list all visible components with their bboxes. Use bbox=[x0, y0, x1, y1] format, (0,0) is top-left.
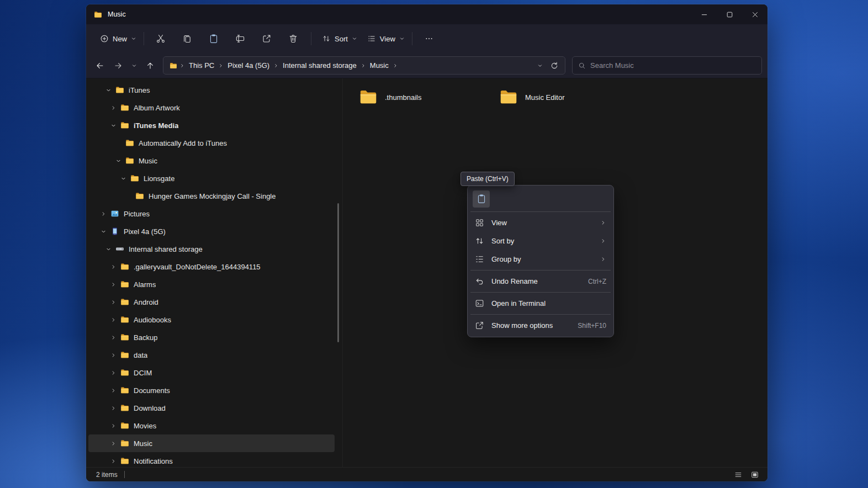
chevron-down-icon[interactable] bbox=[117, 169, 130, 187]
tree-item-hunger-games-mockingjay-call-single[interactable]: Hunger Games Mockingjay Call - Single bbox=[88, 187, 335, 205]
titlebar[interactable]: Music bbox=[86, 4, 768, 24]
copy-button[interactable] bbox=[176, 29, 198, 48]
search-box[interactable] bbox=[572, 56, 762, 75]
tree-item-internal-shared-storage[interactable]: Internal shared storage bbox=[88, 240, 335, 258]
chevron-right-icon[interactable] bbox=[97, 205, 110, 222]
details-view-button[interactable] bbox=[732, 469, 744, 480]
chevron-right-icon[interactable] bbox=[107, 364, 120, 381]
sort-icon bbox=[322, 34, 331, 43]
file-item-music-editor[interactable]: Music Editor bbox=[497, 86, 638, 108]
tree-item-documents[interactable]: Documents bbox=[88, 381, 335, 399]
chevron-down-icon[interactable] bbox=[102, 81, 115, 99]
breadcrumb-chevron-icon[interactable] bbox=[273, 63, 279, 68]
chevron-right-icon[interactable] bbox=[107, 381, 120, 399]
tree-item-music[interactable]: Music bbox=[88, 152, 335, 169]
chevron-down-icon bbox=[537, 63, 543, 68]
tree-item-itunes[interactable]: iTunes bbox=[88, 81, 335, 99]
details-view-icon bbox=[734, 471, 742, 479]
chevron-right-icon[interactable] bbox=[107, 311, 120, 328]
tree-item-label: Automatically Add to iTunes bbox=[139, 139, 227, 147]
large-icons-view-button[interactable] bbox=[749, 469, 761, 480]
tree-item-audiobooks[interactable]: Audiobooks bbox=[88, 311, 335, 328]
minimize-button[interactable] bbox=[691, 4, 717, 24]
back-button[interactable] bbox=[92, 57, 108, 74]
paste-button[interactable] bbox=[203, 29, 225, 48]
context-menu-item-group-by[interactable]: Group by bbox=[470, 250, 611, 268]
chevron-right-icon[interactable] bbox=[107, 293, 120, 311]
maximize-button[interactable] bbox=[717, 4, 742, 24]
tree-item-label: Download bbox=[134, 404, 166, 412]
paste-button[interactable] bbox=[473, 190, 490, 208]
tree-item-download[interactable]: Download bbox=[88, 399, 335, 417]
chevron-down-icon[interactable] bbox=[102, 240, 115, 258]
tree-item-lionsgate[interactable]: Lionsgate bbox=[88, 169, 335, 187]
breadcrumb-pixel-4a-5g[interactable]: Pixel 4a (5G) bbox=[225, 59, 272, 72]
more-options-button[interactable] bbox=[418, 29, 440, 48]
share-button[interactable] bbox=[256, 29, 278, 48]
chevron-down-icon[interactable] bbox=[112, 152, 125, 169]
context-menu-item-view[interactable]: View bbox=[470, 214, 611, 232]
tree-item-dcim[interactable]: DCIM bbox=[88, 364, 335, 381]
file-item-thumbnails[interactable]: .thumbnails bbox=[357, 86, 497, 108]
context-menu-item-undo-rename[interactable]: Undo RenameCtrl+Z bbox=[470, 272, 611, 290]
chevron-right-icon[interactable] bbox=[107, 328, 120, 346]
recent-locations-button[interactable] bbox=[128, 57, 140, 74]
tree-item-android[interactable]: Android bbox=[88, 293, 335, 311]
tree-item-pixel-4a-5g[interactable]: Pixel 4a (5G) bbox=[88, 222, 335, 240]
rename-button[interactable] bbox=[229, 29, 251, 48]
chevron-right-icon[interactable] bbox=[107, 99, 120, 116]
context-menu-item-label: Sort by bbox=[491, 237, 514, 245]
chevron-right-icon[interactable] bbox=[107, 399, 120, 417]
breadcrumb-this-pc[interactable]: This PC bbox=[186, 59, 217, 72]
breadcrumb-chevron-icon[interactable] bbox=[393, 63, 398, 68]
undo-icon bbox=[475, 277, 484, 286]
tree-item-pictures[interactable]: Pictures bbox=[88, 205, 335, 222]
chevron-right-icon[interactable] bbox=[107, 346, 120, 364]
tree-item-music[interactable]: Music bbox=[88, 434, 335, 452]
tree-item-backup[interactable]: Backup bbox=[88, 328, 335, 346]
tree-scrollbar[interactable] bbox=[337, 203, 339, 342]
tree-item-data[interactable]: data bbox=[88, 346, 335, 364]
context-menu-item-sort-by[interactable]: Sort by bbox=[470, 232, 611, 250]
view-button[interactable]: View bbox=[362, 30, 410, 47]
status-bar: 2 items bbox=[86, 467, 768, 481]
breadcrumb-chevron-icon[interactable] bbox=[361, 63, 366, 68]
tree-item-album-artwork[interactable]: Album Artwork bbox=[88, 99, 335, 116]
context-menu-item-open-in-terminal[interactable]: Open in Terminal bbox=[470, 294, 611, 312]
search-input[interactable] bbox=[590, 61, 756, 70]
tree-item-itunes-media[interactable]: iTunes Media bbox=[88, 116, 335, 134]
breadcrumb-music[interactable]: Music bbox=[367, 59, 391, 72]
new-button[interactable]: New bbox=[95, 30, 141, 47]
chevron-down-icon[interactable] bbox=[97, 222, 110, 240]
tree-item-alarms[interactable]: Alarms bbox=[88, 275, 335, 293]
forward-button[interactable] bbox=[110, 57, 126, 74]
breadcrumb-chevron-icon[interactable] bbox=[218, 63, 224, 68]
delete-button[interactable] bbox=[282, 29, 304, 48]
chevron-right-icon[interactable] bbox=[107, 417, 120, 434]
sort-button[interactable]: Sort bbox=[317, 30, 362, 47]
chevron-right-icon[interactable] bbox=[107, 452, 120, 467]
chevron-down-icon[interactable] bbox=[107, 116, 120, 134]
close-button[interactable] bbox=[742, 4, 768, 24]
address-breadcrumb-bar[interactable]: This PCPixel 4a (5G)Internal shared stor… bbox=[163, 56, 565, 75]
breadcrumb-internal-shared-storage[interactable]: Internal shared storage bbox=[280, 59, 359, 72]
chevron-right-icon[interactable] bbox=[107, 434, 120, 452]
tree-item-galleryvault-donotdelete-1644394115[interactable]: .galleryvault_DoNotDelete_1644394115 bbox=[88, 258, 335, 275]
context-menu-item-label: Show more options bbox=[491, 321, 553, 330]
tree-item-movies[interactable]: Movies bbox=[88, 417, 335, 434]
cut-button[interactable] bbox=[150, 29, 172, 48]
context-menu-items: ViewSort byGroup byUndo RenameCtrl+ZOpen… bbox=[470, 214, 611, 335]
up-button[interactable] bbox=[142, 57, 158, 74]
refresh-button[interactable] bbox=[546, 57, 563, 74]
tree-item-label: Album Artwork bbox=[134, 104, 180, 112]
folder-icon bbox=[120, 262, 130, 271]
tree-item-notifications[interactable]: Notifications bbox=[88, 452, 335, 467]
tree-item-automatically-add-to-itunes[interactable]: Automatically Add to iTunes bbox=[88, 134, 335, 152]
context-menu-item-show-more-options[interactable]: Show more optionsShift+F10 bbox=[470, 316, 611, 335]
address-dropdown-button[interactable] bbox=[534, 57, 546, 74]
breadcrumb-chevron-icon[interactable] bbox=[179, 63, 185, 68]
context-menu-item-label: Group by bbox=[491, 255, 521, 263]
context-menu-item-label: View bbox=[491, 219, 507, 227]
chevron-right-icon[interactable] bbox=[107, 258, 120, 275]
chevron-right-icon[interactable] bbox=[107, 275, 120, 293]
